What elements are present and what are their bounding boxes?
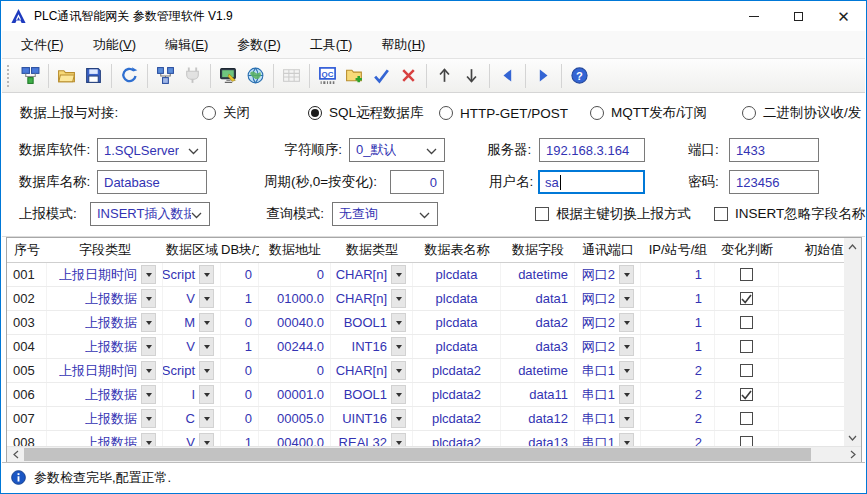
scroll-left-button[interactable]: [7, 447, 24, 462]
cell-db[interactable]: 0: [221, 383, 259, 406]
horizontal-scrollbar[interactable]: [7, 446, 861, 462]
cell-table-name[interactable]: plcdata: [413, 287, 501, 310]
radio-option-4[interactable]: MQTT发布/订阅: [590, 94, 707, 132]
cell-db[interactable]: 1: [221, 335, 259, 358]
radio-option-1[interactable]: 关闭: [202, 94, 250, 132]
checkbox-unchecked[interactable]: [740, 316, 753, 329]
prev-page-icon[interactable]: [494, 62, 521, 89]
cell-db[interactable]: 0: [221, 311, 259, 334]
cell-port[interactable]: 串口1: [575, 431, 641, 446]
cell-field[interactable]: data13: [501, 431, 575, 446]
cell-dtype[interactable]: BOOL1: [331, 311, 413, 334]
field-type-dropdown-button[interactable]: [141, 265, 156, 284]
cell-port[interactable]: 串口1: [575, 383, 641, 406]
char-order-select[interactable]: 0_默认: [349, 138, 445, 162]
cell-station[interactable]: 2: [641, 431, 715, 446]
cell-field-type[interactable]: 上报数据: [47, 431, 163, 446]
qc-code-icon[interactable]: QC: [314, 62, 341, 89]
area-dropdown-button[interactable]: [199, 337, 214, 356]
cell-db[interactable]: 0: [221, 359, 259, 382]
radio-option-2[interactable]: SQL远程数据库: [308, 94, 424, 132]
cell-port[interactable]: 网口2: [575, 335, 641, 358]
menu-item-V[interactable]: 功能(V): [82, 32, 147, 58]
field-type-dropdown-button[interactable]: [141, 385, 156, 404]
cell-area[interactable]: I: [163, 383, 221, 406]
cell-addr[interactable]: 00001.0: [259, 383, 331, 406]
vertical-scrollbar[interactable]: [844, 238, 861, 446]
cell-station[interactable]: 1: [641, 311, 715, 334]
cell-field[interactable]: data12: [501, 407, 575, 430]
cell-addr[interactable]: 00040.0: [259, 311, 331, 334]
dtype-dropdown-button[interactable]: [391, 433, 406, 446]
area-dropdown-button[interactable]: [199, 289, 214, 308]
menu-item-H[interactable]: 帮助(H): [370, 32, 436, 58]
insert-ignore-checkbox[interactable]: INSERT忽略字段名称: [714, 202, 865, 226]
cell-dtype[interactable]: CHAR[n]: [331, 359, 413, 382]
cell-field-type[interactable]: 上报数据: [47, 383, 163, 406]
menu-item-E[interactable]: 编辑(E): [154, 32, 219, 58]
cell-table-name[interactable]: plcdata: [413, 263, 501, 286]
field-type-dropdown-button[interactable]: [141, 313, 156, 332]
cycle-input[interactable]: 0: [390, 170, 444, 194]
cell-dtype[interactable]: BOOL1: [331, 383, 413, 406]
delete-item-icon[interactable]: [395, 62, 422, 89]
cell-dtype[interactable]: CHAR[n]: [331, 287, 413, 310]
cell-addr[interactable]: 0: [259, 359, 331, 382]
cell-area[interactable]: V: [163, 287, 221, 310]
field-type-dropdown-button[interactable]: [141, 361, 156, 380]
checkbox-unchecked[interactable]: [740, 436, 753, 446]
cell-port[interactable]: 网口2: [575, 287, 641, 310]
port-dropdown-button[interactable]: [619, 337, 634, 356]
cell-db[interactable]: 0: [221, 407, 259, 430]
db-software-select[interactable]: 1.SQLServer: [97, 138, 207, 162]
cell-field[interactable]: data3: [501, 335, 575, 358]
cell-field-type[interactable]: 上报日期时间: [47, 359, 163, 382]
cell-port[interactable]: 串口1: [575, 359, 641, 382]
horizontal-scroll-thumb[interactable]: [24, 448, 811, 461]
checkbox-unchecked[interactable]: [740, 412, 753, 425]
port-dropdown-button[interactable]: [619, 289, 634, 308]
cell-table-name[interactable]: plcdata: [413, 311, 501, 334]
area-dropdown-button[interactable]: [199, 313, 214, 332]
cell-port[interactable]: 网口2: [575, 311, 641, 334]
help-icon[interactable]: ?: [566, 62, 593, 89]
db-name-input[interactable]: Database: [97, 170, 207, 194]
save-file-icon[interactable]: [80, 62, 107, 89]
cell-addr[interactable]: 00400.0: [259, 431, 331, 446]
dtype-dropdown-button[interactable]: [391, 313, 406, 332]
port-dropdown-button[interactable]: [619, 409, 634, 428]
cell-initial[interactable]: [779, 287, 844, 310]
cell-initial[interactable]: [779, 263, 844, 286]
cell-table-name[interactable]: plcdata: [413, 335, 501, 358]
move-down-icon[interactable]: [458, 62, 485, 89]
field-type-dropdown-button[interactable]: [141, 289, 156, 308]
cell-field[interactable]: data2: [501, 311, 575, 334]
cell-addr[interactable]: 01000.0: [259, 287, 331, 310]
cell-port[interactable]: 网口2: [575, 263, 641, 286]
cell-area[interactable]: V: [163, 335, 221, 358]
cell-initial[interactable]: [779, 335, 844, 358]
cell-db[interactable]: 0: [221, 263, 259, 286]
cell-area[interactable]: Script: [163, 359, 221, 382]
cell-initial[interactable]: [779, 431, 844, 446]
cell-addr[interactable]: 00244.0: [259, 335, 331, 358]
radio-option-3[interactable]: HTTP-GET/POST: [439, 94, 568, 132]
cell-dtype[interactable]: INT16: [331, 335, 413, 358]
report-mode-select[interactable]: INSERT插入数据: [90, 202, 210, 226]
cell-initial[interactable]: [779, 383, 844, 406]
cell-addr[interactable]: 0: [259, 263, 331, 286]
field-type-dropdown-button[interactable]: [141, 409, 156, 428]
checkbox-checked[interactable]: [740, 388, 753, 401]
checkbox-unchecked[interactable]: [740, 340, 753, 353]
cell-port[interactable]: 串口1: [575, 407, 641, 430]
dtype-dropdown-button[interactable]: [391, 409, 406, 428]
cell-table-name[interactable]: plcdata2: [413, 359, 501, 382]
cell-initial[interactable]: [779, 407, 844, 430]
cell-dtype[interactable]: REAL32: [331, 431, 413, 446]
switch-by-key-checkbox[interactable]: 根据主键切换上报方式: [535, 202, 691, 226]
cell-dtype[interactable]: UINT16: [331, 407, 413, 430]
comm-config-icon[interactable]: [152, 62, 179, 89]
password-input[interactable]: 123456: [729, 170, 819, 194]
scroll-up-button[interactable]: [844, 238, 861, 255]
checkbox-checked[interactable]: [740, 292, 753, 305]
